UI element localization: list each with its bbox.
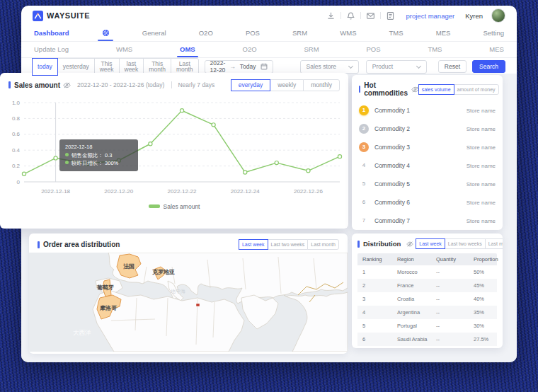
commodity-name: Commodity 4 [374,162,410,169]
svg-text:0.8: 0.8 [12,115,21,121]
map-flag-marker [196,304,200,306]
table-row[interactable]: 4 Argentina -- 35% [357,306,497,319]
avatar[interactable] [491,8,505,23]
search-button[interactable]: Search [472,60,505,74]
list-item[interactable]: 1 Commodity 1 Store name [359,101,496,120]
hot-tabs: sales volumeamount of money [419,84,499,95]
primary-nav-item[interactable]: O2O [199,25,213,41]
secondary-nav-item[interactable]: POS [366,42,380,57]
primary-nav-item[interactable]: WMS [340,25,356,41]
data-point [244,170,247,173]
sales-range-text: 2022-12-20 - 2022-12-26 (today) [77,81,164,88]
order-tab-button[interactable]: Last month [307,239,339,250]
mail-icon[interactable] [366,11,375,21]
world-map[interactable]: 法国 克罗地亚 葡萄牙 摩洛哥 大西洋 地中海 [29,253,348,354]
list-item[interactable]: 6 Commodity 6 Store name [359,193,496,212]
primary-nav-item[interactable]: POS [246,25,260,41]
chart-mode-button[interactable]: everyday [231,79,271,91]
data-point [117,158,120,162]
list-item[interactable]: 7 Commodity 7 Store name [359,212,496,230]
nav-workbench-icon-tab[interactable] [102,25,110,41]
secondary-nav-item[interactable]: SRM [304,42,319,57]
map-label-morocco: 摩洛哥 [99,304,118,311]
svg-text:0.6: 0.6 [12,131,21,137]
primary-nav-item[interactable]: Setting [483,25,504,41]
cell-proportion: 30% [469,323,497,329]
table-row[interactable]: 6 Saudi Arabia -- 27.5% [357,333,497,346]
wheel-icon [102,27,110,40]
legend-label: Sales amount [164,203,200,210]
distribution-table: Ranking Region Quantity Proportion 1 Mor… [357,253,497,346]
distribution-tab-button[interactable]: Last month [485,238,503,249]
table-row[interactable]: 3 Croatia -- 40% [357,292,497,306]
divider [380,12,381,19]
secondary-nav-item[interactable]: OMS [180,42,195,57]
data-point [22,172,25,175]
data-point [149,142,152,145]
secondary-nav-item[interactable]: WMS [116,42,132,57]
order-tab-button[interactable]: Last two weeks [268,239,309,250]
secondary-nav-item[interactable]: Update Log [34,42,69,57]
list-item[interactable]: 4 Commodity 4 Store name [359,156,496,175]
table-row[interactable]: 5 Portugal -- 30% [357,319,497,333]
cell-quantity: -- [431,296,469,302]
column-ranking: Ranking [357,256,392,263]
hot-tab-button[interactable]: amount of money [454,84,499,95]
svg-text:0: 0 [17,178,21,185]
top-bar: WAYSUITE project manager Kyren [21,6,517,25]
distribution-header: Distribution Last weekLast two weeksLast… [352,234,503,252]
download-icon[interactable] [326,11,336,21]
svg-text:0.4: 0.4 [12,146,21,153]
store-select[interactable]: Sales store [300,60,359,74]
store-name: Store name [467,200,496,206]
table-row[interactable]: 1 Morocco -- 50% [357,265,497,279]
rank-badge: 5 [359,179,369,189]
hot-panel-header: Hot commodities sales volumeamount of mo… [352,75,503,100]
cell-ranking: 1 [357,269,392,275]
list-item[interactable]: 3 Commodity 3 Store name [359,138,496,156]
data-point [338,154,341,158]
sales-amount-panel: Sales amount 2022-12-20 - 2022-12-26 (to… [0,73,348,229]
commodity-name: Commodity 5 [374,180,410,188]
chart-mode-button[interactable]: monthly [303,79,340,91]
reset-button[interactable]: Reset [438,60,467,74]
primary-nav-item[interactable]: General [142,25,166,41]
nav-dashboard[interactable]: Dashboard [34,25,69,41]
chart-legend[interactable]: Sales amount [0,203,348,210]
role-link[interactable]: project manager [406,12,455,20]
secondary-nav-item[interactable]: TMS [428,42,442,57]
commodity-name: Commodity 7 [374,217,410,224]
cell-quantity: -- [431,336,469,342]
bell-icon[interactable] [346,11,355,21]
distribution-tab-button[interactable]: Last week [416,238,445,249]
list-item[interactable]: 5 Commodity 5 Store name [359,175,496,193]
product-select[interactable]: Product [366,60,427,74]
date-range-picker[interactable]: 2022-12-20 → Today [205,60,273,74]
primary-nav-item[interactable]: TMS [389,25,404,41]
store-select-value: Sales store [307,63,337,70]
list-item[interactable]: 2 Commodity 2 Store name [359,120,496,138]
secondary-nav-item[interactable]: MES [489,42,504,57]
chart-mode-button[interactable]: weekly [270,79,304,91]
table-row[interactable]: 2 France -- 45% [357,279,497,292]
table-header: Ranking Region Quantity Proportion [357,253,497,265]
column-region: Region [392,256,431,263]
svg-text:2022-12-24: 2022-12-24 [231,188,260,195]
hot-tab-button[interactable]: sales volume [418,84,454,95]
eye-off-icon[interactable] [406,241,413,248]
calendar-icon [261,63,268,70]
distribution-tab-button[interactable]: Last two weeks [445,238,486,249]
order-tab-button[interactable]: Last week [239,239,268,250]
order-area-title: Order area distribution [38,241,120,248]
primary-nav-item[interactable]: MES [436,25,451,41]
hot-commodities-list: 1 Commodity 1 Store name 2 Commodity 2 S… [352,100,503,230]
cell-region: Portugal [392,323,431,329]
distribution-tabs: Last weekLast two weeksLast month [416,238,503,249]
quick-range-button[interactable]: today [32,58,58,76]
primary-nav-item[interactable]: SRM [292,25,307,41]
store-name: Store name [467,144,496,151]
eye-off-icon[interactable] [63,81,71,89]
document-icon[interactable] [386,11,395,21]
secondary-nav-item[interactable]: O2O [243,42,257,57]
cell-region: Argentina [392,309,431,316]
